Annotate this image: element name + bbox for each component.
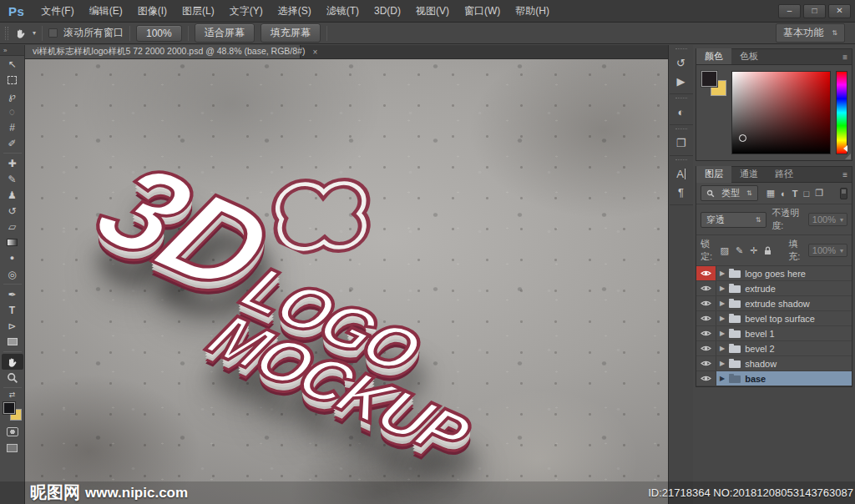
- type-tool[interactable]: T: [2, 302, 23, 318]
- lock-transparency-icon[interactable]: ▨: [721, 245, 729, 256]
- panel-resize-grip[interactable]: [845, 154, 851, 159]
- eyedropper-tool[interactable]: ✐: [2, 135, 23, 151]
- layer-content[interactable]: ▶ bevel top surface: [716, 311, 852, 325]
- visibility-toggle[interactable]: [696, 356, 716, 370]
- workspace-switcher[interactable]: 基本功能 ⇅: [776, 23, 845, 43]
- expand-caret-icon[interactable]: ▶: [720, 300, 725, 307]
- visibility-toggle[interactable]: [696, 281, 716, 295]
- layer-row-bevel-1[interactable]: ▶ bevel 1: [696, 326, 852, 341]
- hue-marker[interactable]: [843, 145, 847, 152]
- tab-color[interactable]: 颜色: [696, 48, 731, 65]
- paragraph-panel-button[interactable]: ¶: [671, 183, 691, 201]
- layer-content[interactable]: ▶ base: [716, 371, 852, 386]
- fill-input[interactable]: 100% ▾: [808, 244, 847, 257]
- tab-close-icon[interactable]: ×: [312, 48, 317, 57]
- opacity-input[interactable]: 100% ▾: [808, 213, 847, 226]
- visibility-toggle[interactable]: [696, 326, 716, 340]
- gradient-tool[interactable]: [2, 234, 23, 250]
- history-brush-tool[interactable]: ↺: [2, 203, 23, 219]
- visibility-toggle[interactable]: [696, 371, 716, 386]
- visibility-toggle[interactable]: [696, 341, 716, 355]
- type-filter-icon[interactable]: T: [792, 189, 798, 199]
- menu-file[interactable]: 文件(F): [33, 0, 81, 22]
- layer-content[interactable]: ▶ extrude: [716, 281, 852, 295]
- eraser-tool[interactable]: ▱: [2, 219, 23, 234]
- expand-caret-icon[interactable]: ▶: [720, 330, 725, 337]
- filtering-toggle[interactable]: [840, 188, 847, 199]
- expand-caret-icon[interactable]: ▶: [720, 360, 725, 367]
- expand-caret-icon[interactable]: ▶: [720, 375, 725, 382]
- tool-preset-caret[interactable]: ▾: [33, 29, 36, 37]
- blur-tool[interactable]: ●: [2, 250, 23, 266]
- fit-screen-button[interactable]: 适合屏幕: [195, 23, 255, 43]
- zoom-tool[interactable]: [2, 370, 23, 386]
- shape-tool[interactable]: [2, 334, 23, 350]
- menu-filter[interactable]: 滤镜(T): [319, 0, 367, 22]
- panel-menu-icon[interactable]: ≡: [842, 170, 852, 179]
- hue-slider[interactable]: [836, 71, 847, 154]
- layer-row-extrude-shadow[interactable]: ▶ extrude shadow: [696, 296, 852, 311]
- shape-filter-icon[interactable]: □: [804, 189, 810, 199]
- menu-window[interactable]: 窗口(W): [457, 0, 508, 22]
- lock-pixels-icon[interactable]: ✎: [736, 245, 743, 256]
- healing-brush-tool[interactable]: ✚: [2, 155, 23, 171]
- tab-layers[interactable]: 图层: [696, 166, 731, 183]
- saturation-brightness-field[interactable]: [731, 71, 831, 154]
- foreground-color-swatch[interactable]: [701, 71, 717, 87]
- adjustment-filter-icon[interactable]: ◐: [781, 189, 787, 199]
- tab-channels[interactable]: 通道: [731, 166, 766, 183]
- actions-panel-button[interactable]: ▶: [671, 72, 691, 90]
- maximize-button[interactable]: □: [803, 4, 826, 18]
- close-button[interactable]: ✕: [828, 4, 851, 18]
- menu-image[interactable]: 图像(I): [130, 0, 175, 22]
- layer-row-bevel-2[interactable]: ▶ bevel 2: [696, 341, 852, 356]
- dodge-tool[interactable]: ◎: [2, 266, 23, 282]
- document-tab[interactable]: vi样机标志样机logo样机5 72 2000 2000.psd @ 48.8%…: [25, 45, 301, 58]
- layer-row-base[interactable]: ▶ base: [696, 371, 852, 386]
- color-cursor[interactable]: [739, 134, 746, 142]
- quick-mask-button[interactable]: [2, 424, 23, 440]
- history-panel-button[interactable]: ↺: [671, 53, 691, 72]
- crop-tool[interactable]: #: [2, 119, 23, 135]
- marquee-tool[interactable]: [2, 72, 23, 88]
- expand-caret-icon[interactable]: ▶: [720, 270, 725, 277]
- expand-caret-icon[interactable]: ▶: [720, 345, 725, 352]
- layer-content[interactable]: ▶ extrude shadow: [716, 296, 852, 310]
- pixel-filter-icon[interactable]: ▦: [766, 188, 775, 199]
- layer-row-shadow[interactable]: ▶ shadow: [696, 356, 852, 371]
- lock-position-icon[interactable]: ✛: [750, 245, 757, 256]
- swap-colors-button[interactable]: ⇄: [9, 390, 16, 400]
- menu-layer[interactable]: 图层(L): [175, 0, 222, 22]
- menu-select[interactable]: 选择(S): [271, 0, 319, 22]
- menu-view[interactable]: 视图(V): [408, 0, 457, 22]
- move-tool[interactable]: ↖: [2, 56, 23, 72]
- panel-menu-icon[interactable]: ≡: [842, 53, 852, 62]
- zoom-100-button[interactable]: 100%: [136, 25, 182, 42]
- menu-help[interactable]: 帮助(H): [508, 0, 557, 22]
- fill-screen-button[interactable]: 填充屏幕: [261, 23, 321, 43]
- visibility-toggle[interactable]: [696, 266, 716, 280]
- pen-tool[interactable]: ✒: [2, 286, 23, 302]
- visibility-toggle[interactable]: [696, 296, 716, 310]
- menu-3d[interactable]: 3D(D): [367, 0, 408, 22]
- lock-all-icon[interactable]: [764, 246, 772, 255]
- smart-object-filter-icon[interactable]: ❐: [815, 188, 823, 199]
- layer-content[interactable]: ▶ bevel 1: [716, 326, 852, 340]
- canvas[interactable]: 3D LOGO MOCKUP: [25, 59, 668, 504]
- menu-type[interactable]: 文字(Y): [222, 0, 271, 22]
- character-panel-button[interactable]: A: [671, 164, 691, 183]
- scroll-all-windows-checkbox[interactable]: [48, 28, 58, 38]
- clone-source-panel-button[interactable]: ❐: [671, 134, 691, 152]
- expand-caret-icon[interactable]: ▶: [720, 285, 725, 292]
- filter-type-dropdown[interactable]: 类型 ⇅: [701, 185, 758, 201]
- layer-content[interactable]: ▶ shadow: [716, 356, 852, 370]
- layer-row-logo-goes-here[interactable]: ▶ logo goes here: [696, 266, 852, 281]
- layer-row-extrude[interactable]: ▶ extrude: [696, 281, 852, 296]
- clone-stamp-tool[interactable]: ♟: [2, 187, 23, 203]
- foreground-color-swatch[interactable]: [3, 402, 15, 414]
- quick-selection-tool[interactable]: ◌: [2, 103, 23, 119]
- blend-mode-dropdown[interactable]: 穿透 ⇅: [701, 212, 766, 228]
- visibility-toggle[interactable]: [696, 311, 716, 325]
- screen-mode-button[interactable]: [2, 440, 23, 456]
- menu-edit[interactable]: 编辑(E): [82, 0, 130, 22]
